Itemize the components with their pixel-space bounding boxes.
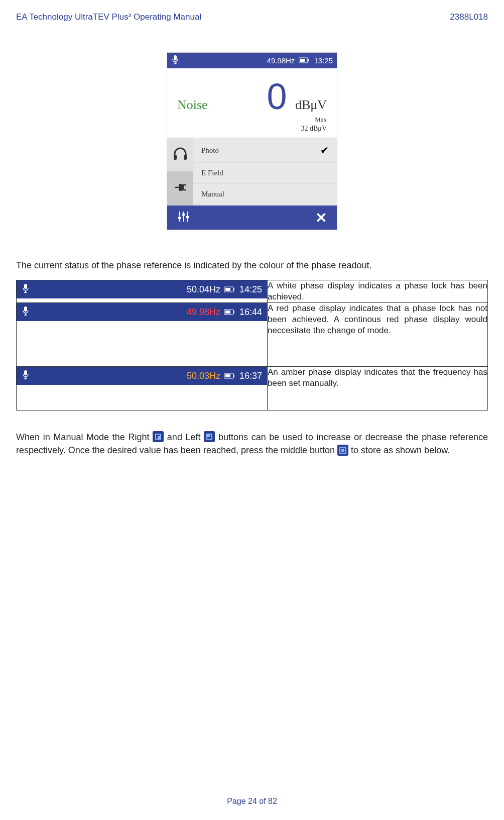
plug-tab[interactable] (167, 172, 193, 206)
intro-paragraph: The current status of the phase referenc… (16, 260, 488, 271)
right-button-icon (153, 431, 164, 442)
svg-rect-19 (225, 288, 230, 291)
desc-white: A white phase display indicates a phase … (268, 280, 488, 303)
table-row: 50.03Hz 16:37 An amber phase display ind… (17, 367, 488, 411)
headphones-icon (173, 147, 188, 163)
svg-rect-11 (182, 214, 185, 216)
svg-rect-13 (186, 216, 189, 218)
mic-icon (22, 283, 30, 296)
header-right: 2388L018 (450, 12, 488, 22)
menu-option-photo[interactable]: Photo ✔ (193, 138, 337, 163)
device-menu: Photo ✔ E Field Manual (167, 138, 337, 206)
status-time: 13:25 (314, 56, 333, 65)
hz-value: 49.98Hz (187, 307, 220, 318)
mic-icon (22, 306, 30, 319)
para-seg: and Left (164, 432, 204, 442)
battery-icon (224, 307, 235, 318)
time-value: 16:37 (239, 371, 262, 381)
battery-icon (224, 284, 235, 295)
hz-value: 50.04Hz (187, 284, 220, 295)
secondary-unit: dBμV (310, 125, 327, 132)
middle-button-icon (337, 445, 348, 456)
close-icon[interactable]: ✕ (315, 210, 327, 226)
menu-left-tabs (167, 138, 193, 206)
para-seg: When in Manual Mode the Right (16, 432, 153, 442)
table-row: 50.04Hz 14:25 A white phase display indi… (17, 280, 488, 303)
menu-option-manual[interactable]: Manual (193, 184, 337, 205)
check-icon: ✔ (320, 144, 329, 156)
svg-rect-25 (225, 311, 230, 314)
device-screenshot: 49.98Hz 13:25 Noise 0 dBμV Max 32 dBμV (167, 52, 337, 230)
svg-rect-18 (233, 288, 234, 290)
sliders-icon[interactable] (177, 210, 190, 225)
svg-rect-30 (233, 375, 234, 377)
bar-cell-red: 49.98Hz 16:44 (17, 303, 268, 367)
time-value: 16:44 (239, 307, 262, 318)
status-right: 49.98Hz 13:25 (267, 56, 333, 65)
svg-rect-26 (24, 370, 27, 375)
svg-rect-35 (207, 434, 210, 437)
svg-rect-33 (158, 436, 161, 439)
svg-rect-4 (308, 59, 309, 61)
svg-rect-7 (184, 155, 187, 160)
menu-option-efield[interactable]: E Field (193, 163, 337, 184)
svg-rect-14 (24, 284, 27, 289)
bar-cell-white: 50.04Hz 14:25 (17, 280, 268, 303)
menu-options: Photo ✔ E Field Manual (193, 138, 337, 206)
hz-value: 50.03Hz (187, 371, 220, 381)
desc-amber: An amber phase display indicates that th… (268, 367, 488, 411)
device-status-bar: 49.98Hz 13:25 (167, 53, 337, 68)
device-main-display: Noise 0 dBμV Max 32 dBμV (167, 68, 337, 138)
svg-rect-37 (341, 449, 344, 452)
svg-rect-9 (178, 217, 181, 219)
status-hz: 49.98Hz (267, 56, 295, 65)
mic-icon (171, 55, 179, 66)
svg-rect-0 (174, 55, 177, 60)
mic-icon (22, 370, 30, 382)
svg-rect-31 (225, 374, 230, 377)
menu-option-label: E Field (201, 169, 223, 177)
para-seg: to store as shown below. (348, 445, 450, 455)
battery-icon (299, 56, 310, 65)
plug-icon (173, 181, 188, 195)
svg-rect-20 (24, 306, 27, 312)
battery-icon (224, 371, 235, 381)
status-left-icons (171, 55, 182, 66)
menu-option-label: Manual (201, 190, 224, 198)
header-left: EA Technology UltraTEV Plus² Operating M… (16, 12, 201, 22)
svg-rect-24 (233, 311, 234, 313)
headphones-tab[interactable] (167, 138, 193, 172)
main-reading-unit: dBμV (295, 97, 327, 112)
svg-rect-5 (300, 59, 305, 62)
time-value: 14:25 (239, 284, 262, 295)
device-bottom-bar: ✕ (167, 206, 337, 230)
max-label: Max (267, 116, 327, 124)
svg-rect-6 (174, 155, 177, 160)
main-reading-value: 0 (267, 76, 287, 117)
page-footer: Page 24 of 82 (0, 797, 504, 806)
noise-label: Noise (177, 97, 208, 113)
left-button-icon (204, 431, 215, 442)
phase-table: 50.04Hz 14:25 A white phase display indi… (16, 280, 488, 411)
secondary-value: 32 (301, 125, 308, 132)
menu-option-label: Photo (201, 146, 219, 155)
manual-mode-paragraph: When in Manual Mode the Right and Left b… (16, 431, 488, 457)
desc-red: A red phase display indicates that a pha… (268, 303, 488, 367)
table-row: 49.98Hz 16:44 A red phase display indica… (17, 303, 488, 367)
bar-cell-amber: 50.03Hz 16:37 (17, 367, 268, 411)
page-header: EA Technology UltraTEV Plus² Operating M… (16, 12, 488, 22)
